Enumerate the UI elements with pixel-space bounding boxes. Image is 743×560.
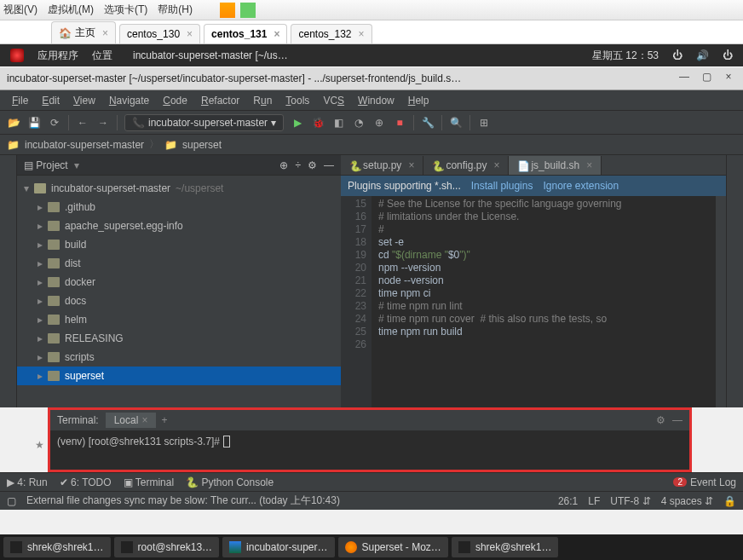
collapse-icon[interactable]: ÷	[295, 159, 301, 171]
places-menu[interactable]: 位置	[92, 49, 112, 63]
menu-help[interactable]: Help	[403, 93, 435, 108]
task-terminal-3[interactable]: shrek@shrek1…	[452, 537, 559, 557]
close-button[interactable]: ×	[721, 71, 736, 86]
lock-icon[interactable]: 🔒	[723, 495, 736, 507]
settings-icon[interactable]: 🔧	[421, 116, 435, 130]
tree-item-helm[interactable]: ▸helm	[17, 310, 341, 329]
save-icon[interactable]: 💾	[27, 116, 41, 130]
tab-js-build-sh[interactable]: 📄js_build.sh×	[509, 156, 602, 175]
refresh-icon[interactable]: ⟳	[48, 116, 61, 130]
tab-config-py[interactable]: 🐍config.py×	[423, 156, 509, 175]
power-icon[interactable]: ⏻	[723, 49, 733, 61]
locate-icon[interactable]: ⊕	[279, 159, 288, 171]
tree-item-docs[interactable]: ▸docs	[17, 292, 341, 310]
debug-icon[interactable]: 🐞	[311, 116, 325, 130]
close-icon[interactable]: ×	[141, 414, 147, 426]
structure-icon[interactable]: ⊞	[477, 116, 491, 130]
chevron-right-icon[interactable]: ▸	[37, 220, 48, 232]
tree-root[interactable]: ▾ incubator-superset-master ~/usperset	[17, 179, 341, 198]
file-encoding[interactable]: UTF-8 ⇵	[610, 495, 650, 507]
terminal-tab-local[interactable]: Local ×	[106, 413, 157, 428]
back-icon[interactable]: ←	[76, 116, 89, 130]
tree-item-scripts[interactable]: ▸scripts	[17, 348, 341, 367]
chevron-right-icon[interactable]: ▸	[37, 257, 48, 269]
hide-icon[interactable]: —	[672, 414, 683, 426]
menu-window[interactable]: Window	[353, 93, 400, 108]
gear-icon[interactable]: ⚙	[656, 414, 665, 426]
activities-icon[interactable]	[10, 49, 24, 62]
tool-todo[interactable]: ✔ 6: TODO	[60, 476, 112, 488]
code-editor[interactable]: 151617181920212223242526 # See the Licen…	[341, 196, 726, 407]
maximize-button[interactable]: ▢	[699, 71, 714, 86]
chevron-right-icon[interactable]: ▸	[37, 332, 48, 344]
menu-vcs[interactable]: VCS	[318, 93, 349, 108]
tab-centos130[interactable]: centos_130 ×	[119, 24, 200, 43]
chevron-right-icon[interactable]: ▸	[37, 276, 48, 288]
tab-centos132[interactable]: centos_132 ×	[291, 24, 372, 43]
clock[interactable]: 星期五 12：53	[592, 49, 659, 63]
coverage-icon[interactable]: ◧	[331, 116, 345, 130]
tab-centos131[interactable]: centos_131 ×	[204, 24, 287, 43]
profile-icon[interactable]: ◔	[352, 116, 366, 130]
run-config-selector[interactable]: 📞 incubator-superset-master ▾	[124, 114, 284, 131]
tree-item-build[interactable]: ▸build	[17, 235, 341, 254]
scrollbar[interactable]	[716, 196, 726, 407]
chevron-right-icon[interactable]: ▸	[37, 351, 48, 363]
tree-item-superset[interactable]: ▸superset	[17, 367, 341, 385]
close-icon[interactable]: ×	[408, 159, 414, 171]
chevron-right-icon[interactable]: ▸	[37, 314, 48, 326]
status-icon[interactable]: ▢	[7, 495, 16, 507]
tool-terminal[interactable]: ▣ Terminal	[124, 476, 174, 488]
task-pycharm[interactable]: incubator-super…	[222, 537, 334, 557]
chevron-right-icon[interactable]: ▸	[37, 370, 48, 382]
close-icon[interactable]: ×	[274, 28, 279, 40]
search-icon[interactable]: 🔍	[449, 116, 463, 130]
tree-item-docker[interactable]: ▸docker	[17, 273, 341, 292]
close-icon[interactable]: ×	[187, 28, 193, 40]
minimize-button[interactable]: —	[677, 71, 692, 86]
menu-view[interactable]: 视图(V)	[3, 3, 37, 17]
menu-view[interactable]: View	[68, 93, 101, 108]
stop-icon[interactable]: ■	[393, 116, 406, 130]
tree-item--github[interactable]: ▸.github	[17, 198, 341, 216]
terminal-body[interactable]: (venv) [root@shrek131 scripts-3.7]#	[50, 430, 689, 453]
menu-tools[interactable]: Tools	[280, 93, 314, 108]
ignore-extension-link[interactable]: Ignore extension	[543, 180, 619, 192]
forward-icon[interactable]: →	[96, 116, 110, 130]
event-log[interactable]: 2 Event Log	[673, 476, 736, 488]
close-icon[interactable]: ×	[586, 159, 592, 171]
hide-icon[interactable]: —	[324, 159, 334, 171]
install-plugins-link[interactable]: Install plugins	[471, 180, 533, 192]
pause-icon[interactable]	[220, 3, 235, 18]
indent-setting[interactable]: 4 spaces ⇵	[661, 495, 713, 507]
tool-python-console[interactable]: 🐍 Python Console	[186, 476, 274, 488]
menu-code[interactable]: Code	[158, 93, 193, 108]
chevron-right-icon[interactable]: ▸	[37, 239, 48, 251]
cursor-position[interactable]: 26:1	[558, 495, 578, 507]
tool-run[interactable]: ▶ 4: Run	[7, 476, 48, 488]
favorite-icon[interactable]: ★	[35, 439, 44, 451]
chevron-right-icon[interactable]: ▸	[37, 201, 48, 213]
menu-edit[interactable]: Edit	[37, 93, 65, 108]
open-icon[interactable]: 📂	[7, 116, 20, 130]
menu-run[interactable]: Run	[248, 93, 277, 108]
close-icon[interactable]: ×	[359, 28, 365, 40]
applications-menu[interactable]: 应用程序	[37, 49, 78, 63]
task-terminal-2[interactable]: root@shrek13…	[114, 537, 220, 557]
project-tree[interactable]: ▾ incubator-superset-master ~/usperset ▸…	[17, 176, 341, 407]
menu-file[interactable]: File	[7, 93, 33, 108]
breadcrumb-root[interactable]: incubator-superset-master	[25, 139, 144, 151]
menu-help[interactable]: 帮助(H)	[158, 3, 193, 17]
run-icon[interactable]: ▶	[291, 116, 304, 130]
code-content[interactable]: # See the License for the specific langu…	[372, 196, 716, 407]
chevron-right-icon[interactable]: ▸	[37, 295, 48, 307]
gear-icon[interactable]: ⚙	[308, 159, 317, 171]
task-terminal-1[interactable]: shrek@shrek1…	[3, 537, 111, 557]
tree-item-RELEASING[interactable]: ▸RELEASING	[17, 329, 341, 348]
menu-navigate[interactable]: Navigate	[104, 93, 154, 108]
menu-vm[interactable]: 虚拟机(M)	[48, 3, 94, 17]
menu-refactor[interactable]: Refactor	[196, 93, 245, 108]
tree-item-apache-superset-egg-info[interactable]: ▸apache_superset.egg-info	[17, 216, 341, 235]
attach-icon[interactable]: ⊕	[372, 116, 386, 130]
menu-tabs[interactable]: 选项卡(T)	[104, 3, 147, 17]
